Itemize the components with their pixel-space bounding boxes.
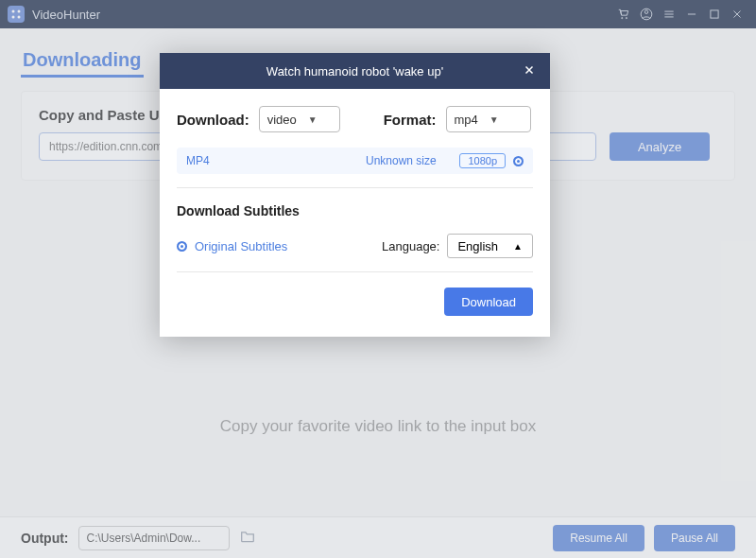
original-subtitles-label: Original Subtitles	[195, 239, 287, 253]
download-button[interactable]: Download	[444, 288, 533, 316]
subtitles-title: Download Subtitles	[177, 203, 533, 218]
format-type: MP4	[186, 154, 366, 167]
close-icon[interactable]	[520, 61, 539, 79]
chevron-down-icon: ▼	[308, 114, 318, 125]
dialog-title: Watch humanoid robot 'wake up'	[266, 64, 443, 78]
chevron-down-icon: ▼	[490, 114, 499, 125]
download-type-select[interactable]: video ▼	[259, 106, 340, 132]
resolution-badge: 1080p	[459, 153, 506, 168]
format-value: mp4	[455, 113, 478, 127]
divider	[177, 187, 533, 188]
format-radio[interactable]	[513, 156, 524, 166]
format-select[interactable]: mp4 ▼	[446, 106, 531, 132]
download-type-label: Download:	[177, 112, 249, 128]
format-label: Format:	[384, 112, 437, 128]
format-option-row[interactable]: MP4 Unknown size 1080p	[177, 148, 533, 174]
divider	[177, 271, 533, 272]
language-label: Language:	[382, 239, 439, 253]
download-dialog: Watch humanoid robot 'wake up' Download:…	[160, 53, 550, 337]
download-type-value: video	[267, 113, 297, 127]
language-value: English	[457, 239, 498, 253]
original-subtitles-radio[interactable]	[177, 241, 187, 252]
language-select[interactable]: English ▲	[447, 234, 533, 258]
dialog-header: Watch humanoid robot 'wake up'	[160, 53, 550, 89]
chevron-up-icon: ▲	[513, 241, 523, 252]
format-size: Unknown size	[366, 154, 459, 167]
